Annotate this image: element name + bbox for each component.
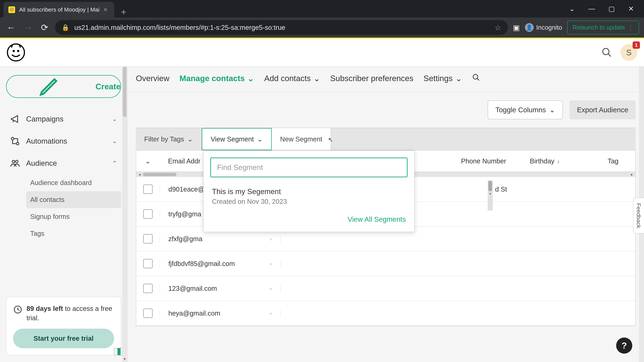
tab-manage-contacts[interactable]: Manage contacts ⌄ <box>180 74 254 83</box>
app-header: S 1 <box>0 38 644 67</box>
notification-badge: 1 <box>632 41 640 49</box>
column-tag[interactable]: Tag <box>600 151 627 172</box>
new-tab-button[interactable]: + <box>114 6 133 17</box>
audience-icon <box>10 158 20 168</box>
bookmark-star-icon[interactable]: ☆ <box>494 23 501 32</box>
row-checkbox[interactable] <box>143 284 152 293</box>
export-audience-button[interactable]: Export Audience <box>570 100 636 119</box>
sidebar-sub-signup-forms[interactable]: Signup forms <box>26 208 121 225</box>
minimize-icon[interactable]: ― <box>588 5 595 12</box>
svg-point-0 <box>8 44 24 61</box>
mailchimp-favicon: 🐵 <box>8 6 15 13</box>
select-all-dropdown[interactable]: ⌄ <box>136 150 160 172</box>
column-birthday[interactable]: Birthday ↓ <box>522 151 568 172</box>
maximize-icon[interactable]: ▢ <box>608 5 615 12</box>
chevron-down-icon: ⌄ <box>455 74 462 83</box>
tabs-row: Overview Manage contacts ⌄ Add contacts … <box>128 67 644 92</box>
trial-text: 89 days left to access a free trial. <box>26 304 114 323</box>
row-checkbox[interactable] <box>143 234 152 244</box>
svg-point-7 <box>12 160 15 163</box>
scrollbar-thumb[interactable] <box>123 67 126 117</box>
tab-subscriber-preferences[interactable]: Subscriber preferences <box>330 74 414 83</box>
help-bubble[interactable]: ? <box>616 338 632 354</box>
create-button[interactable]: Create <box>6 75 121 98</box>
column-phone[interactable]: Phone Number <box>453 151 514 172</box>
sidebar-sub-tags[interactable]: Tags <box>26 225 121 242</box>
svg-line-11 <box>477 78 479 80</box>
filter-by-tags-button[interactable]: Filter by Tags ⌄ <box>136 128 202 150</box>
global-search-icon[interactable] <box>602 47 612 58</box>
toggle-columns-button[interactable]: Toggle Columns ⌄ <box>488 100 563 119</box>
row-checkbox[interactable] <box>143 309 152 318</box>
url-bar[interactable]: 🔒 us21.admin.mailchimp.com/lists/members… <box>55 20 508 35</box>
row-checkbox[interactable] <box>143 259 152 268</box>
feedback-tab[interactable]: Feedback <box>633 198 644 233</box>
segment-list-item[interactable]: This is my Segement Created on Nov 30, 2… <box>210 184 408 212</box>
kebab-icon: ⋮ <box>628 24 634 31</box>
segment-popover: This is my Segement Created on Nov 30, 2… <box>203 150 414 232</box>
sort-down-icon: ↓ <box>557 158 560 164</box>
browser-toolbar: ← → ⟳ 🔒 us21.admin.mailchimp.com/lists/m… <box>0 17 644 37</box>
contacts-table: ⌄ Email Addr Phone Number Birthday ↓ Tag… <box>136 150 636 326</box>
scroll-right-arrow-icon[interactable]: ▸ <box>628 172 635 177</box>
cell-email[interactable]: zfxfg@gma› <box>160 235 280 243</box>
back-button[interactable]: ← <box>5 21 17 34</box>
user-avatar[interactable]: S 1 <box>620 44 637 61</box>
reading-list-icon[interactable]: ▣ <box>513 23 520 32</box>
svg-point-6 <box>16 142 19 145</box>
chevron-down-icon: ⌄ <box>257 135 263 143</box>
chevron-down-icon: ⌄ <box>145 157 151 165</box>
forward-button[interactable]: → <box>22 21 34 34</box>
tab-search-icon[interactable] <box>472 73 480 83</box>
sidebar-scrollbar[interactable]: ▾ <box>122 67 127 362</box>
clock-icon <box>13 305 22 314</box>
scroll-down-arrow-icon[interactable]: ▾ <box>122 356 127 362</box>
lock-icon: 🔒 <box>62 24 69 31</box>
sidebar-item-campaigns[interactable]: Campaigns ⌄ <box>6 108 121 130</box>
view-all-segments-link[interactable]: View All Segments <box>210 212 408 225</box>
inner-vscrollbar[interactable]: ▾ <box>488 180 493 211</box>
incognito-badge[interactable]: 👤 Incognito <box>525 23 562 32</box>
svg-point-10 <box>473 74 478 79</box>
sidebar-item-automations[interactable]: Automations ⌄ <box>6 130 121 152</box>
incognito-label: Incognito <box>536 24 562 31</box>
svg-point-2 <box>17 50 19 52</box>
chevron-down-icon: ⌄ <box>112 115 117 122</box>
main-content: Overview Manage contacts ⌄ Add contacts … <box>128 67 644 362</box>
table-row[interactable]: fjfdbdvf85@gmail.com› <box>136 251 635 276</box>
tabs-dropdown-icon[interactable]: ⌄ <box>569 5 575 12</box>
cell-email[interactable]: 123@gmail.com› <box>160 285 280 292</box>
tab-title: All subscribers of Moodjoy | Mai <box>19 6 100 13</box>
chevron-right-icon: › <box>270 285 272 292</box>
automations-icon <box>10 136 20 146</box>
svg-point-5 <box>12 137 14 140</box>
view-segment-button[interactable]: View Segment ⌄ ↖ <box>202 128 272 150</box>
relaunch-button[interactable]: Relaunch to update ⋮ <box>567 21 639 34</box>
sidebar-sub-all-contacts[interactable]: All contacts <box>26 191 121 208</box>
close-window-icon[interactable]: ✕ <box>628 5 634 12</box>
reload-button[interactable]: ⟳ <box>39 21 50 34</box>
row-checkbox[interactable] <box>143 209 152 219</box>
chevron-down-icon: ⌄ <box>247 74 254 83</box>
tab-add-contacts[interactable]: Add contacts ⌄ <box>264 74 320 83</box>
tab-overview[interactable]: Overview <box>136 74 170 83</box>
scroll-left-arrow-icon[interactable]: ◂ <box>136 172 143 177</box>
filter-row: Filter by Tags ⌄ View Segment ⌄ ↖ New Se… <box>136 128 636 150</box>
sidebar-item-audience[interactable]: Audience ⌃ <box>6 152 121 174</box>
start-trial-button[interactable]: Start your free trial <box>13 329 114 348</box>
table-header: ⌄ Email Addr Phone Number Birthday ↓ Tag… <box>136 150 635 172</box>
table-row[interactable]: heya@gmail.com› <box>136 301 635 326</box>
tab-settings[interactable]: Settings ⌄ <box>424 74 462 83</box>
cell-email[interactable]: fjfdbdvf85@gmail.com› <box>160 260 280 268</box>
new-segment-button[interactable]: New Segment <box>272 128 331 150</box>
row-checkbox[interactable] <box>143 185 152 194</box>
table-row[interactable]: 123@gmail.com› <box>136 276 635 301</box>
find-segment-input[interactable] <box>210 158 408 177</box>
close-tab-icon[interactable]: × <box>104 6 107 13</box>
chevron-up-icon: ⌃ <box>112 160 117 167</box>
scrollbar-thumb[interactable] <box>143 173 176 176</box>
sidebar-sub-audience-dashboard[interactable]: Audience dashboard <box>26 174 121 191</box>
cell-email[interactable]: heya@gmail.com› <box>160 310 280 317</box>
mailchimp-logo[interactable] <box>7 43 25 62</box>
browser-tab[interactable]: 🐵 All subscribers of Moodjoy | Mai × <box>3 2 114 17</box>
